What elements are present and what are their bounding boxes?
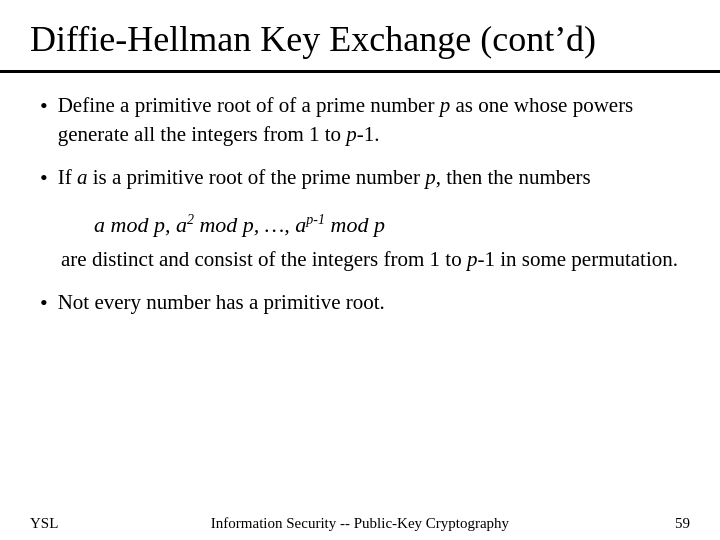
title-area: Diffie-Hellman Key Exchange (cont’d) [0,0,720,70]
continuation-text: are distinct and consist of the integers… [40,245,680,274]
footer-right: 59 [630,515,690,532]
math-expression: a mod p, a2 mod p, …, ap-1 mod p [72,210,680,241]
bullet-text-3: Not every number has a primitive root. [58,288,385,317]
bullet-text-1: Define a primitive root of of a prime nu… [58,91,680,149]
bullet-text-2: If a is a primitive root of the prime nu… [58,163,591,192]
footer-left: YSL [30,515,90,532]
bullet-dot-2: • [40,165,48,191]
bullet-dot-3: • [40,290,48,316]
footer-center: Information Security -- Public-Key Crypt… [90,515,630,532]
footer: YSL Information Security -- Public-Key C… [0,509,720,540]
bullet-item-1: • Define a primitive root of of a prime … [40,91,680,149]
bullet-item-2: • If a is a primitive root of the prime … [40,163,680,192]
slide: Diffie-Hellman Key Exchange (cont’d) • D… [0,0,720,540]
content-area: • Define a primitive root of of a prime … [0,73,720,509]
bullet-item-3: • Not every number has a primitive root. [40,288,680,317]
bullet-dot-1: • [40,93,48,119]
slide-title: Diffie-Hellman Key Exchange (cont’d) [30,18,690,60]
